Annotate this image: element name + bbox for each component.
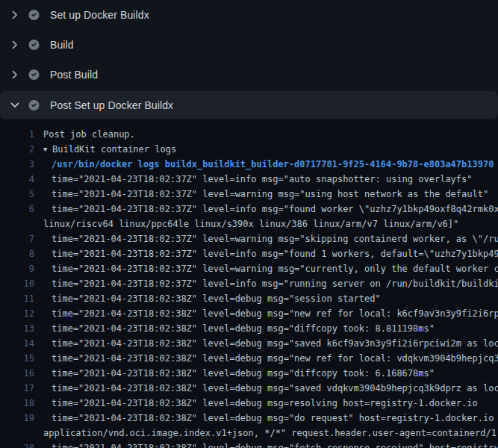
step-row-post-build[interactable]: Post Build [0,60,498,90]
triangle-down-icon: ▼ [43,142,52,157]
log-row: 17time="2021-04-23T18:02:38Z" level=debu… [0,381,498,396]
log-text: linux/riscv64 linux/ppc64le linux/s390x … [43,217,458,231]
log-row: 12time="2021-04-23T18:02:38Z" level=debu… [0,306,498,321]
log-text: time="2021-04-23T18:02:37Z" level=warnin… [52,187,488,202]
step-label: Set up Docker Buildx [50,9,149,21]
log-row: 4time="2021-04-23T18:02:37Z" level=info … [0,172,498,187]
line-number[interactable]: 18 [0,396,34,411]
log-command-text: /usr/bin/docker logs buildx_buildkit_bui… [52,157,494,172]
check-circle-icon [28,99,40,111]
chevron-right-icon [9,39,21,51]
line-number[interactable]: 15 [0,351,34,366]
log-text: time="2021-04-23T18:02:38Z" level=debug … [52,351,498,366]
log-row: 19time="2021-04-23T18:02:38Z" level=debu… [0,411,498,426]
line-number[interactable]: 14 [0,336,34,351]
line-number[interactable]: 19 [0,411,34,426]
line-number[interactable]: 20 [0,441,34,448]
line-number[interactable]: 7 [0,231,34,246]
chevron-right-icon [9,9,21,21]
line-number[interactable]: 17 [0,381,34,396]
line-number[interactable]: 4 [0,172,34,187]
line-number[interactable]: 10 [0,276,34,291]
log-row: 1Post job cleanup. [0,127,498,142]
check-circle-icon [28,69,40,81]
log-text: time="2021-04-23T18:02:37Z" level=info m… [52,246,498,261]
log-row: linux/riscv64 linux/ppc64le linux/s390x … [0,217,498,231]
step-row-set-up-docker-buildx[interactable]: Set up Docker Buildx [0,0,498,30]
log-section: 1Post job cleanup.2▼BuildKit container l… [0,119,498,448]
line-number[interactable]: 3 [0,157,34,172]
chevron-down-icon [9,99,21,111]
log-row: 18time="2021-04-23T18:02:38Z" level=debu… [0,396,498,411]
line-number[interactable]: 5 [0,187,34,202]
step-label: Post Set up Docker Buildx [50,99,173,111]
line-number [0,426,34,441]
line-number[interactable]: 9 [0,261,34,276]
step-label: Build [50,39,74,51]
log-text: time="2021-04-23T18:02:37Z" level=info m… [52,172,473,187]
log-row: 10time="2021-04-23T18:02:37Z" level=info… [0,276,498,291]
line-number[interactable]: 12 [0,306,34,321]
log-row: 15time="2021-04-23T18:02:38Z" level=debu… [0,351,498,366]
log-text: time="2021-04-23T18:02:38Z" level=debug … [52,381,498,396]
line-number [0,217,34,231]
log-group-row[interactable]: ▼BuildKit container logs [43,142,176,157]
log-row: 14time="2021-04-23T18:02:38Z" level=debu… [0,336,498,351]
log-row: 7time="2021-04-23T18:02:37Z" level=warni… [0,231,498,246]
line-number[interactable]: 2 [0,142,34,157]
log-row: 13time="2021-04-23T18:02:38Z" level=debu… [0,321,498,336]
line-number[interactable]: 1 [0,127,34,142]
step-label: Post Build [50,69,98,81]
log-body: 1Post job cleanup.2▼BuildKit container l… [0,119,498,448]
check-circle-icon [28,40,40,51]
log-row: 8time="2021-04-23T18:02:37Z" level=info … [0,246,498,261]
log-text: application/vnd.oci.image.index.v1+json,… [43,426,498,441]
line-number[interactable]: 8 [0,246,34,261]
log-text: time="2021-04-23T18:02:37Z" level=warnin… [52,261,498,276]
log-text: time="2021-04-23T18:02:38Z" level=debug … [52,336,498,351]
log-row: 5time="2021-04-23T18:02:37Z" level=warni… [0,187,498,202]
log-text: time="2021-04-23T18:02:37Z" level=info m… [52,202,498,217]
line-number[interactable]: 6 [0,202,34,217]
log-row: 16time="2021-04-23T18:02:38Z" level=debu… [0,366,498,381]
log-text: time="2021-04-23T18:02:38Z" level=debug … [52,366,435,381]
log-text: time="2021-04-23T18:02:38Z" level=debug … [52,396,478,411]
log-row: application/vnd.oci.image.index.v1+json,… [0,426,498,441]
check-circle-icon [28,10,40,21]
line-number[interactable]: 11 [0,291,34,306]
log-text: Post job cleanup. [43,127,135,142]
log-group-label[interactable]: BuildKit container logs [52,144,176,155]
log-text: time="2021-04-23T18:02:38Z" level=debug … [52,291,381,306]
step-row-post-set-up-docker-buildx[interactable]: Post Set up Docker Buildx [0,91,498,119]
log-row: 2▼BuildKit container logs [0,142,498,157]
log-row: 3/usr/bin/docker logs buildx_buildkit_bu… [0,157,498,172]
step-row-build[interactable]: Build [0,30,498,60]
log-row: 6time="2021-04-23T18:02:37Z" level=info … [0,202,498,217]
log-text: time="2021-04-23T18:02:38Z" level=debug … [52,306,498,321]
chevron-right-icon [9,69,21,81]
log-text: time="2021-04-23T18:02:38Z" level=debug … [52,441,498,448]
log-row: 11time="2021-04-23T18:02:38Z" level=debu… [0,291,498,306]
steps-list: Set up Docker BuildxBuildPost BuildPost … [0,0,498,119]
log-text: time="2021-04-23T18:02:38Z" level=debug … [52,321,435,336]
log-row: 20time="2021-04-23T18:02:38Z" level=debu… [0,441,498,448]
log-text: time="2021-04-23T18:02:37Z" level=warnin… [52,231,498,246]
line-number[interactable]: 16 [0,366,34,381]
line-number[interactable]: 13 [0,321,34,336]
log-text: time="2021-04-23T18:02:38Z" level=debug … [52,411,498,426]
log-row: 9time="2021-04-23T18:02:37Z" level=warni… [0,261,498,276]
log-text: time="2021-04-23T18:02:37Z" level=info m… [52,276,498,291]
